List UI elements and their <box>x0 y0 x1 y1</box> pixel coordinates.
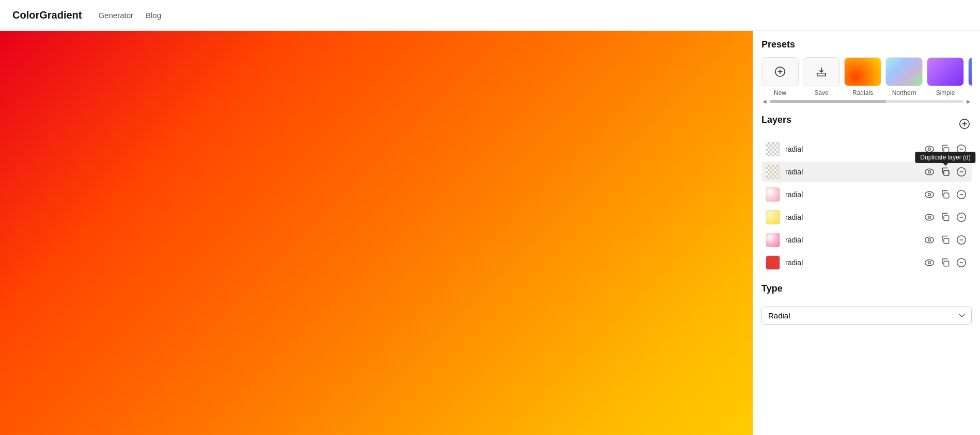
layer-duplicate-button[interactable] <box>940 166 951 178</box>
svg-point-17 <box>925 191 934 198</box>
layer-row: radial <box>761 184 972 205</box>
layer-visibility-button[interactable] <box>923 188 936 201</box>
preset-new[interactable]: New <box>761 57 799 96</box>
right-panel: Presets New <box>753 31 980 435</box>
layer-remove-button[interactable] <box>955 166 968 178</box>
svg-point-33 <box>928 262 931 264</box>
layer-visibility-button[interactable] <box>923 234 936 246</box>
preset-radials[interactable]: Radials <box>844 57 881 96</box>
layer-remove-button[interactable] <box>955 234 968 246</box>
layer-visibility-button[interactable] <box>923 143 936 155</box>
layer-actions: Duplicate layer (d) <box>923 166 968 178</box>
layer-duplicate-button[interactable] <box>940 257 951 268</box>
add-layer-button[interactable] <box>957 117 972 131</box>
layer-left: radial <box>766 210 803 224</box>
layer-duplicate-button[interactable] <box>940 212 951 223</box>
svg-point-18 <box>928 194 931 196</box>
logo: ColorGradient <box>12 9 82 21</box>
svg-point-27 <box>925 237 934 243</box>
preset-radials-label: Radials <box>852 89 873 96</box>
preset-repeating-thumb <box>968 57 972 86</box>
layer-thumb <box>766 233 780 247</box>
preset-northern-label: Northern <box>892 89 916 96</box>
layer-visibility-button[interactable] <box>923 256 936 269</box>
presets-row: New Save Radials <box>761 57 972 96</box>
preset-simple-label: Simple <box>936 89 955 96</box>
layer-duplicate-button[interactable] <box>940 143 951 155</box>
layer-row: radial Duplicate layer (d) <box>761 162 972 182</box>
layer-thumb <box>766 187 780 202</box>
layer-remove-button[interactable] <box>955 143 968 155</box>
svg-point-8 <box>928 148 931 151</box>
preset-repeating[interactable]: Repeati... <box>968 57 972 96</box>
layer-row: radial <box>761 230 972 250</box>
type-select[interactable]: Radial Linear Conic <box>761 307 972 325</box>
canvas-area <box>0 31 753 435</box>
layer-name: radial <box>785 236 803 244</box>
layer-left: radial <box>766 187 803 202</box>
presets-title: Presets <box>761 39 972 50</box>
svg-rect-34 <box>944 261 949 266</box>
layer-duplicate-button[interactable] <box>940 189 951 200</box>
layer-row: radial <box>761 139 972 159</box>
svg-rect-3 <box>817 73 826 76</box>
preset-save[interactable]: Save <box>803 57 840 96</box>
svg-rect-29 <box>944 238 949 244</box>
preset-simple-thumb <box>927 57 964 86</box>
layer-name: radial <box>785 145 803 153</box>
layers-title: Layers <box>761 115 791 125</box>
preset-simple[interactable]: Simple <box>927 57 964 96</box>
preset-new-label: New <box>774 89 786 96</box>
tooltip-container: Duplicate layer (d) <box>940 166 951 178</box>
svg-rect-14 <box>944 170 949 175</box>
layer-remove-button[interactable] <box>955 256 968 269</box>
presets-scrollbar-container: ◀ ▶ <box>761 99 972 104</box>
layer-thumb <box>766 210 780 224</box>
nav-blog[interactable]: Blog <box>146 11 161 20</box>
nav-generator[interactable]: Generator <box>98 11 133 20</box>
layer-name: radial <box>785 213 803 221</box>
svg-point-7 <box>925 146 934 152</box>
svg-point-12 <box>925 169 934 175</box>
svg-point-32 <box>925 260 934 266</box>
layer-row: radial <box>761 252 972 273</box>
preset-radials-thumb <box>844 57 881 86</box>
layer-name: radial <box>785 259 803 267</box>
layer-actions <box>923 211 968 223</box>
layers-section: Layers radial <box>761 115 972 273</box>
scroll-right-arrow[interactable]: ▶ <box>966 99 972 104</box>
layer-row: radial <box>761 207 972 228</box>
layer-thumb <box>766 165 780 179</box>
layer-visibility-button[interactable] <box>923 211 936 223</box>
layer-left: radial <box>766 165 803 179</box>
nav: Generator Blog <box>98 11 161 20</box>
layer-name: radial <box>785 168 803 176</box>
layer-visibility-button[interactable] <box>923 166 936 178</box>
presets-scrollbar-track[interactable] <box>770 100 963 103</box>
header: ColorGradient Generator Blog <box>0 0 980 31</box>
layer-left: radial <box>766 233 803 247</box>
preset-northern-thumb <box>885 57 923 86</box>
layer-left: radial <box>766 142 803 156</box>
svg-rect-9 <box>944 148 949 153</box>
presets-section: Presets New <box>761 39 972 104</box>
svg-point-22 <box>925 214 934 220</box>
layer-duplicate-button[interactable] <box>940 234 951 246</box>
layer-actions <box>923 234 968 246</box>
type-section: Type Radial Linear Conic <box>761 283 972 325</box>
layer-actions <box>923 143 968 155</box>
svg-rect-24 <box>944 216 949 221</box>
scroll-left-arrow[interactable]: ◀ <box>761 99 768 104</box>
layer-remove-button[interactable] <box>955 211 968 223</box>
layer-thumb <box>766 255 780 270</box>
layer-remove-button[interactable] <box>955 188 968 201</box>
layers-header: Layers <box>761 115 972 133</box>
svg-rect-19 <box>944 193 949 198</box>
layer-actions <box>923 188 968 201</box>
layer-name: radial <box>785 190 803 199</box>
preset-northern[interactable]: Northern <box>885 57 923 96</box>
type-title: Type <box>761 283 972 294</box>
svg-point-13 <box>928 171 931 173</box>
layer-thumb <box>766 142 780 156</box>
svg-point-28 <box>928 239 931 241</box>
